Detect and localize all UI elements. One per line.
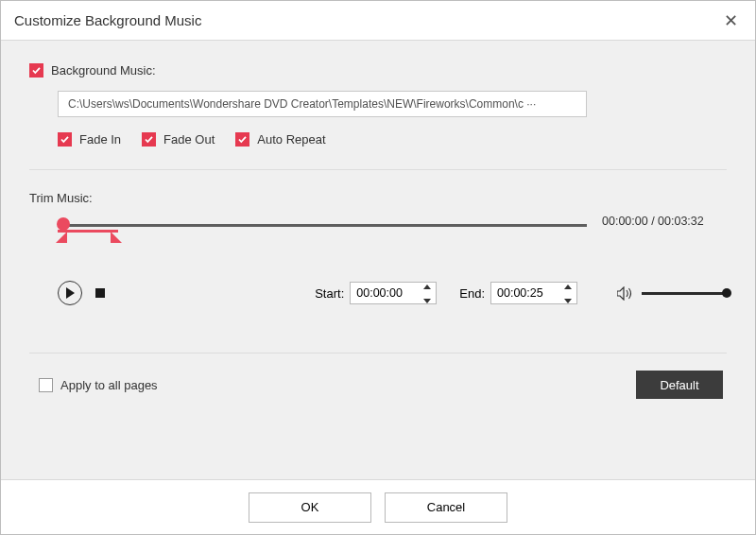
- autorepeat-label: Auto Repeat: [257, 132, 325, 147]
- chevron-up-icon[interactable]: [423, 285, 431, 289]
- chevron-down-icon[interactable]: [564, 299, 572, 303]
- end-spin-arrows[interactable]: [564, 285, 574, 303]
- volume-knob[interactable]: [722, 288, 731, 298]
- bgm-checkbox-row: Background Music:: [29, 63, 727, 78]
- start-time-value: 00:00:00: [356, 286, 403, 300]
- trim-slider[interactable]: [58, 220, 587, 254]
- dialog-title: Customize Background Music: [14, 12, 201, 28]
- trim-time-display: 00:00:00 / 00:03:32: [602, 215, 704, 228]
- apply-all-checkbox[interactable]: [39, 378, 53, 392]
- fadeout-label: Fade Out: [163, 132, 215, 147]
- default-button[interactable]: Default: [636, 371, 723, 399]
- trim-section: Trim Music: 00:00:00 / 00:03:32: [29, 169, 727, 399]
- fadein-row: Fade In: [58, 132, 121, 147]
- trim-range-start-handle[interactable]: [56, 232, 67, 243]
- apply-all-row: Apply to all pages: [39, 378, 158, 392]
- play-button[interactable]: [58, 281, 82, 305]
- end-time-value: 00:00:25: [497, 286, 543, 300]
- bgm-path-value: C:\Users\ws\Documents\Wondershare DVD Cr…: [68, 97, 536, 111]
- autorepeat-row: Auto Repeat: [235, 132, 325, 147]
- trim-track: [58, 224, 587, 227]
- dialog-window: Customize Background Music ✕ Background …: [0, 0, 756, 535]
- bgm-path-input[interactable]: C:\Users\ws\Documents\Wondershare DVD Cr…: [58, 91, 587, 117]
- fadein-checkbox[interactable]: [58, 132, 72, 147]
- fadeout-row: Fade Out: [142, 132, 215, 147]
- volume-slider[interactable]: [642, 292, 727, 295]
- footer-row: Apply to all pages Default: [29, 354, 727, 399]
- cancel-button[interactable]: Cancel: [385, 492, 507, 523]
- chevron-up-icon[interactable]: [564, 285, 572, 289]
- stop-button[interactable]: [95, 288, 105, 298]
- apply-all-label: Apply to all pages: [60, 378, 158, 392]
- dialog-button-bar: OK Cancel: [1, 479, 755, 534]
- end-time-group: End: 00:00:25: [459, 282, 577, 304]
- trim-slider-row: 00:00:00 / 00:03:32: [58, 215, 727, 254]
- bgm-checkbox[interactable]: [29, 63, 43, 78]
- titlebar: Customize Background Music ✕: [1, 1, 755, 41]
- close-icon[interactable]: ✕: [719, 9, 742, 32]
- fadein-label: Fade In: [79, 132, 121, 147]
- start-spin-arrows[interactable]: [423, 285, 433, 303]
- dialog-content: Background Music: C:\Users\ws\Documents\…: [1, 41, 755, 479]
- ok-button[interactable]: OK: [249, 492, 371, 523]
- autorepeat-checkbox[interactable]: [235, 132, 249, 147]
- trim-label: Trim Music:: [29, 191, 727, 205]
- bgm-checkbox-label: Background Music:: [51, 63, 156, 78]
- volume-control: [617, 286, 727, 301]
- chevron-down-icon[interactable]: [423, 299, 431, 303]
- trim-playhead[interactable]: [57, 217, 70, 231]
- playback-controls: Start: 00:00:00 End: 00:00:25: [58, 281, 727, 305]
- end-time-spinbox[interactable]: 00:00:25: [490, 282, 577, 304]
- start-time-spinbox[interactable]: 00:00:00: [350, 282, 437, 304]
- end-label: End:: [459, 286, 485, 301]
- start-time-group: Start: 00:00:00: [315, 282, 437, 304]
- fadeout-checkbox[interactable]: [142, 132, 156, 147]
- trim-range-end-handle[interactable]: [111, 232, 122, 243]
- start-label: Start:: [315, 286, 344, 301]
- bgm-options-row: Fade In Fade Out Auto Repeat: [58, 132, 727, 147]
- volume-icon[interactable]: [617, 286, 634, 301]
